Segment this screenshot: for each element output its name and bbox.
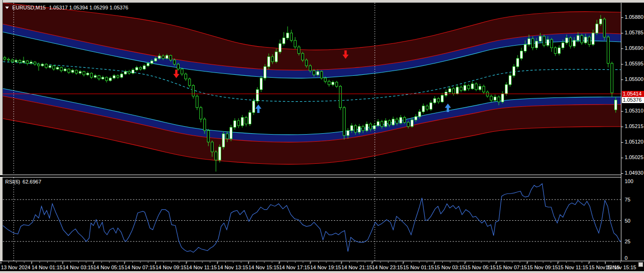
candle bbox=[479, 84, 481, 91]
mt4-chart-window: EURUSD,M15 1.05317 1.05394 1.05299 1.053… bbox=[0, 0, 644, 273]
price-axis-label: 1.05025 bbox=[625, 154, 644, 161]
price-axis-label: 1.05785 bbox=[625, 30, 644, 36]
candle bbox=[283, 32, 285, 46]
candle bbox=[464, 83, 466, 91]
candle bbox=[234, 118, 236, 129]
time-axis-label: 14 Nov 21:15 bbox=[341, 265, 372, 270]
candle bbox=[570, 36, 572, 48]
candle bbox=[102, 76, 104, 80]
candle bbox=[588, 35, 591, 47]
candle bbox=[460, 86, 462, 93]
price-axis-tick bbox=[621, 173, 623, 174]
candle bbox=[441, 93, 444, 103]
rsi-axis-label: 100 bbox=[625, 178, 633, 185]
rsi-canvas[interactable] bbox=[3, 177, 621, 261]
candle bbox=[200, 106, 202, 122]
candle bbox=[400, 115, 402, 124]
price-axis-tick bbox=[621, 48, 623, 49]
candle bbox=[290, 30, 293, 42]
candle bbox=[487, 90, 489, 98]
candle bbox=[19, 59, 21, 64]
price-axis-label: 1.05120 bbox=[625, 139, 644, 145]
candle bbox=[483, 85, 485, 94]
candle bbox=[45, 64, 48, 69]
price-axis[interactable]: 1.05414 1.05376 1.058801.057851.056901.0… bbox=[621, 3, 644, 261]
candle bbox=[245, 116, 248, 127]
candle bbox=[132, 68, 134, 74]
candle bbox=[343, 106, 346, 139]
candle bbox=[192, 84, 195, 99]
candle bbox=[253, 98, 255, 115]
price-axis-tick bbox=[621, 80, 623, 80]
chart-title: EURUSD,M15 1.05317 1.05394 1.05299 1.053… bbox=[5, 5, 128, 10]
time-axis-label: 15 Nov 11:15 bbox=[558, 265, 588, 270]
signal-arrow-down[interactable] bbox=[173, 70, 180, 78]
price-axis-label: 1.04930 bbox=[625, 170, 644, 176]
candle bbox=[53, 65, 55, 71]
candle bbox=[603, 17, 606, 40]
candle bbox=[64, 67, 66, 72]
rsi-name: RSI(6) bbox=[5, 179, 20, 185]
chart-ohlc-label: 1.05317 1.05394 1.05299 1.05376 bbox=[49, 5, 128, 10]
candle bbox=[26, 60, 29, 65]
price-axis-label: 1.05595 bbox=[625, 61, 644, 67]
price-chart-pane[interactable]: EURUSD,M15 1.05317 1.05394 1.05299 1.053… bbox=[3, 3, 621, 175]
price-axis-tick bbox=[621, 111, 623, 112]
time-axis-label: 14 Nov 15:15 bbox=[248, 265, 279, 270]
candle bbox=[124, 70, 127, 75]
candle bbox=[8, 57, 10, 62]
candle bbox=[558, 45, 561, 56]
time-axis-label: 14 Nov 19:15 bbox=[310, 265, 341, 270]
candle bbox=[181, 68, 183, 76]
candle bbox=[83, 71, 85, 76]
candle bbox=[581, 34, 583, 45]
time-axis-label: 15 Nov 07:15 bbox=[496, 265, 527, 270]
candle bbox=[502, 91, 504, 104]
candle bbox=[117, 74, 119, 79]
ask-price-badge: 1.05414 bbox=[622, 91, 644, 97]
candle bbox=[339, 85, 342, 110]
price-axis-tick bbox=[621, 33, 623, 33]
candle bbox=[509, 73, 512, 87]
time-axis-label: 13 Nov 2024 bbox=[1, 265, 30, 270]
candle bbox=[121, 72, 123, 79]
time-axis-label: 15 Nov 01:15 bbox=[403, 265, 434, 270]
chart-dropdown-icon[interactable] bbox=[5, 7, 9, 9]
candle bbox=[543, 35, 545, 48]
candle bbox=[185, 72, 187, 80]
bid-price-badge: 1.05376 bbox=[622, 97, 644, 103]
chart-symbol-label: EURUSD,M15 bbox=[12, 5, 46, 10]
rsi-axis-label: 25 bbox=[625, 239, 630, 245]
candle bbox=[34, 61, 36, 66]
candle bbox=[196, 95, 198, 110]
candle bbox=[554, 46, 557, 56]
candle bbox=[377, 119, 380, 127]
candle bbox=[106, 76, 108, 82]
candle bbox=[72, 69, 74, 73]
price-axis-tick bbox=[621, 64, 623, 64]
signal-arrow-up[interactable] bbox=[256, 104, 262, 113]
candle bbox=[494, 95, 496, 102]
candle bbox=[611, 62, 613, 97]
candle bbox=[4, 56, 6, 61]
candle bbox=[422, 104, 425, 114]
scroll-corner[interactable] bbox=[638, 262, 643, 267]
time-axis-label: 14 Nov 05:15 bbox=[93, 265, 124, 270]
price-axis-tick bbox=[621, 142, 623, 143]
price-chart-canvas[interactable] bbox=[3, 3, 621, 175]
time-ticks bbox=[0, 261, 644, 265]
candle bbox=[223, 131, 225, 149]
candle bbox=[23, 57, 25, 64]
price-axis-tick bbox=[621, 158, 623, 158]
price-axis-label: 1.05880 bbox=[625, 14, 644, 20]
candle bbox=[332, 80, 334, 86]
rsi-indicator-pane[interactable]: RSI(6) 62.6967 bbox=[3, 177, 621, 261]
time-axis-label: 15 Nov 09:15 bbox=[527, 265, 558, 270]
price-axis-tick bbox=[621, 127, 623, 127]
time-axis[interactable]: 13 Nov 202414 Nov 01:1514 Nov 03:1514 No… bbox=[0, 261, 644, 271]
time-axis-label: 14 Nov 03:15 bbox=[63, 265, 93, 270]
candle bbox=[449, 86, 451, 94]
time-axis-label: 14 Nov 01:15 bbox=[32, 265, 62, 270]
time-axis-label: 14 Nov 07:15 bbox=[124, 265, 155, 270]
candle bbox=[68, 68, 70, 74]
